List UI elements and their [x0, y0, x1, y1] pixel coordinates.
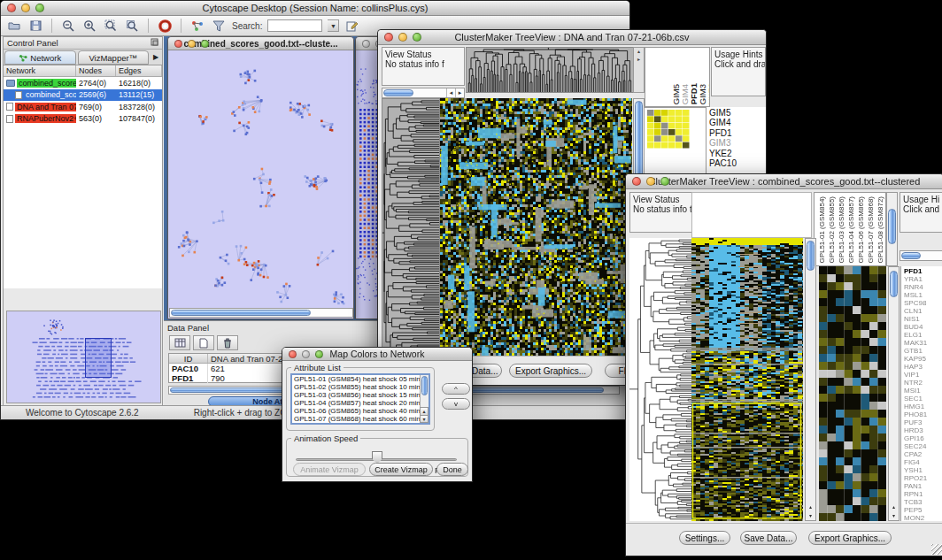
animate-vizmap-button[interactable]: Animate Vizmap	[293, 463, 366, 476]
gene-label[interactable]: MAK31	[904, 339, 942, 347]
attribute-item[interactable]: GPL51-02 (GSM855) heat shock 10 min	[292, 383, 429, 391]
main-titlebar[interactable]: Cytoscape Desktop (Session Name: collins…	[1, 1, 629, 16]
tv1-heatmap[interactable]	[440, 98, 632, 357]
scroll-up-icon[interactable]: ▴	[420, 407, 429, 415]
frame1-hscrollbar[interactable]	[169, 308, 353, 318]
tv1-zoom-heatmap[interactable]	[647, 110, 690, 149]
gene-label[interactable]: RPO21	[904, 474, 942, 482]
tv1-row-dendrogram[interactable]	[382, 98, 440, 358]
network-row[interactable]: DNA and Tran 07 769(0) 183728(0)	[4, 101, 162, 113]
close-button[interactable]	[174, 40, 182, 48]
close-button[interactable]	[632, 177, 641, 186]
tab-network[interactable]: Network	[4, 50, 76, 65]
delete-attribute-icon[interactable]	[217, 335, 238, 350]
zoom-selected-icon[interactable]	[124, 19, 140, 33]
gene-label[interactable]: PFD1	[904, 267, 942, 275]
move-up-button[interactable]: ^	[442, 383, 470, 395]
gene-label[interactable]: YKE2	[709, 149, 766, 158]
tv2-collabel-vscrollbar[interactable]	[886, 192, 898, 266]
gene-label[interactable]: GPI16	[904, 434, 942, 442]
tv2-heatmap-vscrollbar[interactable]: ▴ ▾	[805, 238, 816, 521]
gene-label[interactable]: RNR4	[904, 283, 942, 291]
gene-label[interactable]: NIS1	[904, 315, 942, 323]
zoom-button[interactable]	[413, 33, 421, 42]
gene-label[interactable]: PEP5	[904, 506, 942, 514]
network-row[interactable]: combined_sco 2569(6) 13112(15)	[4, 89, 162, 102]
gene-label[interactable]: FIG4	[904, 458, 942, 466]
zoom-button[interactable]	[35, 4, 44, 12]
attribute-item[interactable]: GPL51-07 (GSM868) heat shock 60 min	[292, 415, 429, 423]
dialog-titlebar[interactable]: Map Colors to Network	[282, 348, 472, 361]
gene-label[interactable]: GIM3	[709, 138, 766, 148]
scroll-down-icon[interactable]: ▾	[889, 512, 899, 518]
vizmapper-icon[interactable]	[189, 19, 205, 33]
create-vizmap-button[interactable]: Create Vizmap	[369, 463, 433, 476]
gene-label[interactable]: NTR2	[904, 379, 942, 387]
annotation-icon[interactable]	[344, 19, 360, 33]
network-view-canvas-1[interactable]	[168, 50, 353, 308]
gene-label[interactable]: PAN1	[904, 482, 942, 490]
move-down-button[interactable]: v	[442, 398, 470, 410]
scroll-down-icon[interactable]: ▾	[806, 512, 815, 518]
gene-label[interactable]: GTB1	[904, 347, 942, 355]
slider-thumb[interactable]	[372, 451, 382, 464]
network-row[interactable]: RNAPuberNov2+! 563(0) 107847(0)	[4, 113, 162, 126]
minimize-button[interactable]	[302, 350, 310, 358]
scroll-right-icon[interactable]: ▸	[455, 88, 464, 97]
scroll-left-icon[interactable]: ◂	[446, 88, 455, 97]
close-button[interactable]	[289, 350, 297, 358]
close-button[interactable]	[7, 4, 16, 12]
tv1-dendro-corner[interactable]: ▴▸	[633, 47, 645, 93]
done-button[interactable]: Done	[436, 463, 468, 476]
gene-label[interactable]: PFD1	[709, 128, 766, 138]
attribute-item[interactable]: GPL51-01 (GSM854) heat shock 05 min	[292, 375, 429, 383]
minimize-button[interactable]	[646, 177, 655, 186]
zoom-fit-icon[interactable]	[103, 19, 119, 33]
float-panel-icon[interactable]	[151, 38, 158, 48]
zoom-out-icon[interactable]	[60, 19, 76, 33]
zoom-in-icon[interactable]	[81, 19, 97, 33]
tv2-zoom-heatmap[interactable]	[819, 266, 886, 521]
gene-label[interactable]: TCB3	[904, 498, 942, 506]
gene-label[interactable]: SEC1	[904, 395, 942, 403]
tv2-titlebar[interactable]: ClusterMaker TreeView : combined_scores_…	[626, 174, 942, 189]
gene-label[interactable]: CLN1	[904, 307, 942, 315]
gene-label[interactable]: MSI1	[904, 387, 942, 395]
tv2-hints-hscrollbar[interactable]	[900, 250, 942, 261]
gene-label[interactable]: SPC98	[904, 299, 942, 307]
gene-label[interactable]: MON2	[904, 514, 942, 521]
gene-label[interactable]: KAP95	[904, 355, 942, 363]
gene-label[interactable]: HAP3	[904, 363, 942, 371]
gene-label[interactable]: GIM5	[709, 108, 766, 118]
search-input[interactable]	[267, 19, 322, 32]
frame1-titlebar[interactable]: combined_scores_good.txt--cluste...	[168, 37, 353, 50]
tv2-heatmap[interactable]	[691, 238, 803, 521]
filter-icon[interactable]	[211, 19, 227, 33]
scroll-up-icon[interactable]: ▴	[806, 503, 815, 510]
resize-grip[interactable]	[931, 544, 942, 555]
save-icon[interactable]	[27, 19, 43, 33]
network-overview-canvas[interactable]	[6, 311, 161, 403]
zoom-button[interactable]	[315, 350, 323, 358]
gene-label[interactable]: CPA2	[904, 450, 942, 458]
attribute-item[interactable]: GPL51-04 (GSM857) heat shock 20 min	[292, 399, 429, 407]
zoom-button[interactable]	[201, 40, 209, 48]
tv1-status-hscrollbar[interactable]: ◂ ▸	[382, 88, 465, 98]
gene-label[interactable]: MSL1	[904, 291, 942, 299]
minimize-button[interactable]	[398, 33, 407, 42]
gene-label[interactable]: YRA1	[904, 275, 942, 283]
gene-label[interactable]: ELG1	[904, 331, 942, 339]
export-graphics-button[interactable]: Export Graphics...	[808, 531, 892, 545]
gene-label[interactable]: RPN1	[904, 490, 942, 498]
tab-vizmapper[interactable]: VizMapper™	[78, 50, 150, 65]
gene-label[interactable]: PHO81	[904, 410, 942, 418]
id-column-header[interactable]: ID	[169, 354, 208, 363]
scroll-down-icon[interactable]: ▾	[420, 415, 429, 423]
zoom-button[interactable]	[660, 177, 669, 186]
settings-button[interactable]: Settings...	[679, 531, 730, 545]
gene-label[interactable]: YSH1	[904, 466, 942, 474]
tv1-column-dendrogram[interactable]	[466, 47, 634, 93]
gene-label[interactable]: VIP1	[904, 371, 942, 379]
tab-overflow-arrow[interactable]: ▶	[150, 50, 162, 65]
gene-label[interactable]: SEC24	[904, 442, 942, 450]
